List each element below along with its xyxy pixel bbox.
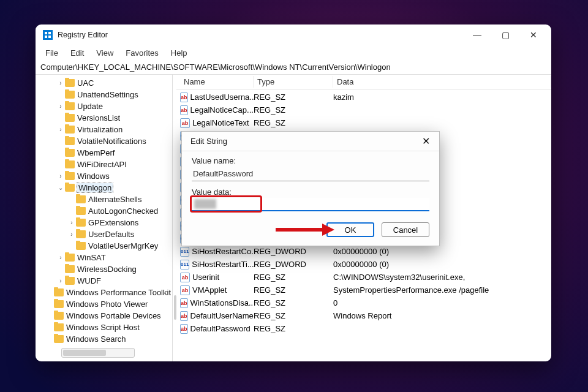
expand-toggle[interactable]: › xyxy=(58,173,64,179)
expand-toggle[interactable]: › xyxy=(58,277,64,284)
dialog-title: Edit String xyxy=(190,137,227,146)
expand-toggle[interactable]: › xyxy=(58,126,64,133)
table-row[interactable]: abLastUsedUserna...REG_SZkazim xyxy=(176,91,551,104)
table-row[interactable]: abLegalNoticeCap...REG_SZ xyxy=(176,104,551,116)
tree-node[interactable]: WirelessDocking xyxy=(36,263,172,275)
value-data-label: Value data: xyxy=(192,187,429,197)
folder-icon xyxy=(65,254,75,262)
value-data-input[interactable] xyxy=(192,198,429,211)
tree-pane[interactable]: ›UACUnattendSettings›UpdateVersionsList›… xyxy=(36,75,173,361)
value-name: LegalNoticeText xyxy=(192,118,249,127)
tree-node[interactable]: Windows Search xyxy=(36,333,172,345)
address-text: Computer\HKEY_LOCAL_MACHINE\SOFTWARE\Mic… xyxy=(40,62,391,72)
tree-node[interactable]: ›WinSAT xyxy=(36,252,172,263)
value-type: REG_DWORD xyxy=(254,260,333,269)
folder-icon xyxy=(76,195,86,203)
table-row[interactable]: abVMAppletREG_SZSystemPropertiesPerforma… xyxy=(176,284,551,296)
tree-node[interactable]: VolatileNotifications xyxy=(36,135,172,147)
value-type: REG_SZ xyxy=(254,105,333,115)
tree-node[interactable]: ›Virtualization xyxy=(36,124,172,135)
expand-toggle[interactable]: › xyxy=(58,254,64,261)
tree-node[interactable]: AlternateShells xyxy=(36,194,172,205)
list-header[interactable]: Name Type Data xyxy=(176,75,551,89)
tree-node[interactable]: ⌄Winlogon xyxy=(36,182,172,194)
titlebar[interactable]: Registry Editor — ▢ ✕ xyxy=(36,24,551,45)
value-data: kazim xyxy=(333,92,551,102)
value-type: REG_SZ xyxy=(254,285,333,295)
maximize-button[interactable]: ▢ xyxy=(491,26,519,44)
value-type: REG_SZ xyxy=(254,298,333,307)
tree-node[interactable]: Windows Script Host xyxy=(36,322,172,333)
menu-help[interactable]: Help xyxy=(166,47,192,59)
tree-h-scrollbar[interactable] xyxy=(61,348,135,358)
value-name-field[interactable]: DefaultPassword xyxy=(192,167,429,181)
tree-node[interactable]: WbemPerf xyxy=(36,147,172,159)
folder-icon xyxy=(76,242,86,250)
value-data: 0 xyxy=(333,298,551,307)
tree-label: UnattendSettings xyxy=(77,90,138,99)
table-row[interactable]: abWinStationsDisa...REG_SZ0 xyxy=(176,296,551,309)
tree-node[interactable]: UnattendSettings xyxy=(36,89,172,100)
expand-toggle[interactable]: ⌄ xyxy=(58,184,64,191)
tree-node[interactable]: ›Windows xyxy=(36,170,172,182)
menu-file[interactable]: File xyxy=(40,47,63,59)
folder-icon xyxy=(76,219,86,227)
tree-node[interactable]: Windows Performance Toolkit xyxy=(36,287,172,298)
expand-toggle[interactable]: › xyxy=(69,231,75,238)
tree-node[interactable]: ›Update xyxy=(36,100,172,112)
expand-toggle[interactable]: › xyxy=(58,103,64,110)
tree-label: WbemPerf xyxy=(77,148,115,157)
value-name: VMApplet xyxy=(192,285,227,295)
folder-icon xyxy=(65,137,75,145)
expand-toggle[interactable]: › xyxy=(69,219,75,226)
tree-node[interactable]: WiFiDirectAPI xyxy=(36,159,172,170)
tree-label: Windows Search xyxy=(66,334,126,344)
expand-toggle[interactable]: › xyxy=(58,80,64,86)
tree-node[interactable]: ›UAC xyxy=(36,77,172,89)
menu-edit[interactable]: Edit xyxy=(66,47,89,59)
close-button[interactable]: ✕ xyxy=(519,26,548,44)
value-data: C:\WINDOWS\system32\userinit.exe, xyxy=(333,273,551,282)
tree-node[interactable]: ›WUDF xyxy=(36,275,172,287)
tree-node[interactable]: Windows Photo Viewer xyxy=(36,298,172,310)
value-data: SystemPropertiesPerformance.exe /pagefil… xyxy=(333,285,551,295)
value-name: DefaultUserName xyxy=(190,311,254,320)
col-type[interactable]: Type xyxy=(254,76,333,88)
table-row[interactable]: abDefaultUserNameREG_SZWindows Report xyxy=(176,309,551,322)
ok-button[interactable]: OK xyxy=(326,222,374,237)
folder-icon xyxy=(65,149,75,157)
tree-node[interactable]: ›GPExtensions xyxy=(36,217,172,228)
dialog-titlebar[interactable]: Edit String ✕ xyxy=(182,132,439,151)
folder-icon xyxy=(65,184,75,192)
dialog-close-button[interactable]: ✕ xyxy=(413,133,438,150)
menu-view[interactable]: View xyxy=(91,47,118,59)
address-bar[interactable]: Computer\HKEY_LOCAL_MACHINE\SOFTWARE\Mic… xyxy=(36,60,551,75)
tree-node[interactable]: AutoLogonChecked xyxy=(36,205,172,217)
value-data: Windows Report xyxy=(333,311,551,320)
tree-node[interactable]: VolatileUserMgrKey xyxy=(36,240,172,252)
value-icon: ab xyxy=(180,273,190,282)
tree-node[interactable]: VersionsList xyxy=(36,112,172,124)
table-row[interactable]: 011SiHostRestartCo...REG_DWORD0x00000000… xyxy=(176,245,551,258)
table-row[interactable]: abUserinitREG_SZC:\WINDOWS\system32\user… xyxy=(176,271,551,284)
menu-favorites[interactable]: Favorites xyxy=(121,47,163,59)
window-title: Registry Editor xyxy=(58,31,108,39)
value-data: 0x00000000 (0) xyxy=(333,247,551,256)
splitter[interactable] xyxy=(173,75,176,361)
value-icon: ab xyxy=(180,311,188,321)
col-data[interactable]: Data xyxy=(333,76,551,88)
folder-icon xyxy=(76,230,86,238)
tree-node[interactable]: ›UserDefaults xyxy=(36,228,172,240)
folder-icon xyxy=(65,102,75,110)
minimize-button[interactable]: — xyxy=(463,26,491,44)
table-row[interactable]: abLegalNoticeTextREG_SZ xyxy=(176,116,551,129)
col-name[interactable]: Name xyxy=(180,76,254,88)
folder-icon xyxy=(76,207,86,215)
cancel-button[interactable]: Cancel xyxy=(382,222,429,237)
table-row[interactable]: abDefaultPasswordREG_SZ xyxy=(176,322,551,335)
folder-icon xyxy=(54,312,64,320)
tree-label: UserDefaults xyxy=(88,230,134,239)
table-row[interactable]: 011SiHostRestartTi...REG_DWORD0x00000000… xyxy=(176,258,551,271)
tree-label: Windows Performance Toolkit xyxy=(66,288,171,297)
tree-node[interactable]: Windows Portable Devices xyxy=(36,310,172,322)
